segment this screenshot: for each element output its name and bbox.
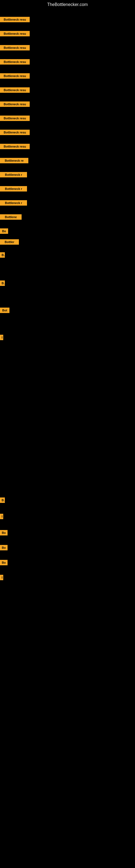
bottleneck-button-5[interactable]: Bottleneck resu (0, 73, 30, 79)
site-title: TheBottlenecker.com (0, 0, 135, 9)
bottleneck-button-22[interactable]: B (0, 497, 5, 503)
bottleneck-button-3[interactable]: Bottleneck resu (0, 45, 30, 51)
bottleneck-result-entry-11[interactable]: Bottleneck re (0, 158, 28, 163)
bottleneck-button-18[interactable]: B (0, 252, 5, 258)
bottleneck-result-entry-20[interactable]: Bot (0, 308, 9, 313)
bottleneck-button-13[interactable]: Bottleneck r (0, 186, 27, 191)
bottleneck-result-entry-5[interactable]: Bottleneck resu (0, 73, 30, 79)
bottleneck-result-entry-4[interactable]: Bottleneck resu (0, 59, 30, 65)
bottleneck-button-11[interactable]: Bottleneck re (0, 158, 28, 163)
bottleneck-result-entry-1[interactable]: Bottleneck resu (0, 17, 30, 22)
bottleneck-button-23[interactable]: I (0, 514, 3, 519)
bottleneck-button-7[interactable]: Bottleneck resu (0, 101, 30, 107)
bottleneck-button-26[interactable]: Bo (0, 560, 8, 565)
bottleneck-button-20[interactable]: Bot (0, 308, 9, 313)
bottleneck-button-1[interactable]: Bottleneck resu (0, 17, 30, 22)
bottleneck-button-17[interactable]: Bottler (0, 239, 19, 245)
bottleneck-button-12[interactable]: Bottleneck r (0, 172, 27, 177)
bottleneck-button-27[interactable]: I (0, 575, 3, 580)
bottleneck-result-entry-26[interactable]: Bo (0, 560, 8, 565)
bottleneck-result-entry-10[interactable]: Bottleneck resu (0, 144, 30, 149)
bottleneck-result-entry-13[interactable]: Bottleneck r (0, 186, 27, 191)
bottleneck-result-entry-17[interactable]: Bottler (0, 239, 19, 245)
bottleneck-result-entry-23[interactable]: I (0, 514, 3, 519)
bottleneck-result-entry-27[interactable]: I (0, 575, 3, 580)
bottleneck-button-10[interactable]: Bottleneck resu (0, 144, 30, 149)
bottleneck-button-19[interactable]: B (0, 280, 5, 286)
bottleneck-button-15[interactable]: Bottlene (0, 214, 21, 220)
bottleneck-button-8[interactable]: Bottleneck resu (0, 116, 30, 121)
bottleneck-button-4[interactable]: Bottleneck resu (0, 59, 30, 65)
bottleneck-result-entry-21[interactable]: I (0, 335, 3, 340)
bottleneck-button-9[interactable]: Bottleneck resu (0, 130, 30, 135)
bottleneck-button-24[interactable]: Bo (0, 530, 8, 535)
bottleneck-result-entry-8[interactable]: Bottleneck resu (0, 116, 30, 121)
bottleneck-button-25[interactable]: Bo (0, 545, 8, 550)
bottleneck-button-14[interactable]: Bottleneck r (0, 200, 27, 206)
bottleneck-result-entry-22[interactable]: B (0, 497, 5, 503)
bottleneck-result-entry-18[interactable]: B (0, 252, 5, 258)
bottleneck-result-entry-7[interactable]: Bottleneck resu (0, 101, 30, 107)
bottleneck-result-entry-15[interactable]: Bottlene (0, 214, 21, 220)
bottleneck-button-6[interactable]: Bottleneck resu (0, 87, 30, 93)
bottleneck-button-21[interactable]: I (0, 335, 3, 340)
bottleneck-result-entry-24[interactable]: Bo (0, 530, 8, 535)
bottleneck-button-2[interactable]: Bottleneck resu (0, 31, 30, 36)
bottleneck-result-entry-12[interactable]: Bottleneck r (0, 172, 27, 177)
bottleneck-result-entry-6[interactable]: Bottleneck resu (0, 87, 30, 93)
bottleneck-result-entry-25[interactable]: Bo (0, 545, 8, 550)
bottleneck-result-entry-14[interactable]: Bottleneck r (0, 200, 27, 206)
bottleneck-button-16[interactable]: Bo (0, 228, 8, 234)
bottleneck-result-entry-3[interactable]: Bottleneck resu (0, 45, 30, 51)
bottleneck-result-entry-2[interactable]: Bottleneck resu (0, 31, 30, 36)
bottleneck-result-entry-16[interactable]: Bo (0, 228, 8, 234)
bottleneck-result-entry-19[interactable]: B (0, 280, 5, 286)
bottleneck-result-entry-9[interactable]: Bottleneck resu (0, 130, 30, 135)
